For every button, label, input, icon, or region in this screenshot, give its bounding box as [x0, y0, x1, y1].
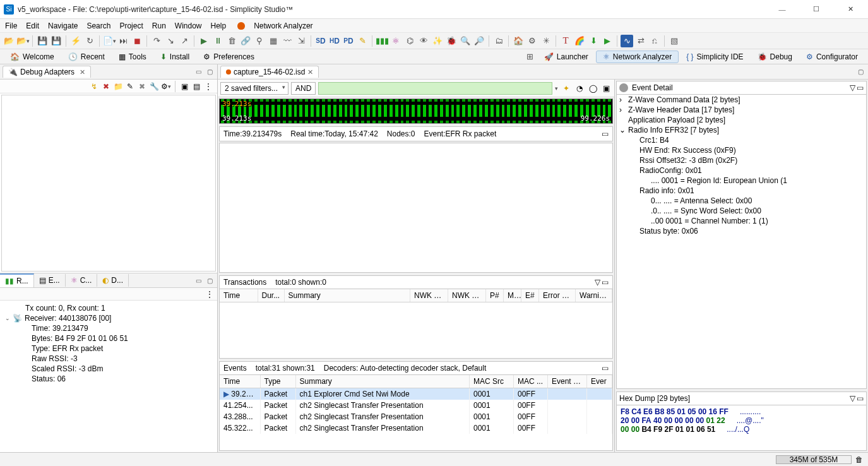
play-icon[interactable]: ▶ [601, 35, 614, 47]
menu-file[interactable]: File [5, 21, 17, 30]
tree-line[interactable]: 0... .... = Antenna Select: 0x00 [617, 196, 866, 206]
column-header[interactable]: MAC ... [514, 375, 548, 388]
column-header[interactable]: Summary [295, 375, 470, 388]
close-button[interactable]: ✕ [839, 2, 862, 17]
maximize-button[interactable]: ☐ [805, 2, 828, 17]
network-analyzer-perspective[interactable]: ⚛Network Analyzer [596, 51, 679, 63]
open-icon[interactable]: 📂 [3, 35, 15, 47]
simplicity-ide-perspective[interactable]: { }Simplicity IDE [680, 51, 749, 63]
filter-history-icon[interactable]: ▾ [555, 85, 558, 92]
column-header[interactable]: Ever [587, 375, 612, 388]
tools-button[interactable]: ▦Tools [112, 51, 153, 63]
folder-icon[interactable]: 📁 [113, 81, 123, 92]
minimize-view-icon[interactable]: ▭ [193, 67, 203, 77]
column-header[interactable]: Summary [284, 289, 410, 302]
map-canvas[interactable] [219, 143, 613, 273]
column-header[interactable]: E# [521, 289, 539, 302]
chevron-down-icon[interactable]: ⌄ [619, 126, 626, 134]
configurator-perspective[interactable]: ⚙Configurator [800, 51, 864, 63]
menu-network-analyzer[interactable]: Network Analyzer [254, 21, 312, 30]
flash-icon[interactable]: ⚡ [69, 35, 82, 47]
close-tab-icon[interactable]: ✕ [80, 68, 85, 76]
tree-line[interactable]: HW End: Rx Success (0xF9) [617, 145, 866, 155]
filter-input[interactable] [318, 82, 552, 95]
maximize-view-icon[interactable]: ▢ [205, 67, 215, 77]
hex-dump-body[interactable]: F8 C4 E6 B8 85 01 05 00 16 FF..........2… [616, 405, 867, 451]
hd-icon[interactable]: HD [328, 35, 341, 47]
card-icon[interactable]: 🗂 [492, 35, 505, 47]
maximize-icon[interactable]: ▭ [857, 394, 864, 403]
transactions-table[interactable]: TimeDur...SummaryNWK SrcNWK D...P#M#E#Er… [219, 289, 613, 359]
open-perspective-icon[interactable]: ⊞ [524, 51, 537, 63]
timeline-waveform[interactable]: 39.213s 39.213s 99.226s [219, 99, 613, 124]
tree-line[interactable]: ..00 0001 = Channel Number: 1 (1) [617, 216, 866, 226]
edit-icon[interactable]: ✎ [125, 81, 135, 92]
filter-icon[interactable]: ⚲ [253, 35, 266, 47]
menu-icon[interactable]: ⋮ [203, 81, 213, 92]
table-icon[interactable]: ▦ [267, 35, 280, 47]
step-over-icon[interactable]: ↷ [150, 35, 163, 47]
cog-icon[interactable]: ✳ [540, 35, 552, 47]
zoom-out-icon[interactable]: 🔎 [473, 35, 485, 47]
refresh-icon[interactable]: ↻ [83, 35, 96, 47]
memory-usage-bar[interactable]: 345M of 535M [776, 455, 852, 464]
delete-icon[interactable]: ✖ [137, 81, 147, 92]
minimize-icon[interactable]: ▭ [602, 129, 609, 138]
minimize-button[interactable]: — [771, 2, 794, 17]
down-icon[interactable]: ⬇ [587, 35, 600, 47]
wrench-icon[interactable]: 🔧 [149, 81, 159, 92]
radio-info-tree[interactable]: Tx count: 0, Rx count: 1 ⌄ 📡 Receiver: 4… [0, 301, 217, 452]
receiver-node[interactable]: ⌄ 📡 Receiver: 440138076 [00] [0, 313, 217, 323]
house-icon[interactable]: 🏠 [512, 35, 525, 47]
column-header[interactable]: Warnin... [576, 289, 612, 302]
column-header[interactable]: NWK D... [448, 289, 486, 302]
record-stop-icon[interactable]: ⏸ [211, 35, 224, 47]
table-row[interactable]: 41.254...Packetch2 Singlecast Transfer P… [220, 400, 612, 411]
chevron-right-icon[interactable]: › [619, 105, 622, 114]
tree-line[interactable]: .... 0001 = Region Id: European Union (1 [617, 176, 866, 186]
launcher-perspective[interactable]: 🚀Launcher [538, 51, 595, 63]
sd-icon[interactable]: SD [314, 35, 327, 47]
events-table[interactable]: TimeTypeSummaryMAC SrcMAC ...Event er...… [219, 375, 613, 451]
menu-project[interactable]: Project [119, 21, 143, 30]
link-icon[interactable]: 🔗 [239, 35, 252, 47]
column-header[interactable]: P# [486, 289, 504, 302]
install-button[interactable]: ⬇Install [154, 51, 196, 63]
preferences-button[interactable]: ⚙Preferences [197, 51, 261, 63]
menu-help[interactable]: Help [211, 21, 227, 30]
trash-icon[interactable]: 🗑 [225, 35, 238, 47]
decode-icon[interactable]: ⎌ [648, 35, 661, 47]
filter-apply-icon[interactable]: ✦ [561, 83, 572, 94]
nodes-icon[interactable]: ⚛ [389, 35, 402, 47]
menu-search[interactable]: Search [86, 21, 110, 30]
tree-line[interactable]: Application Payload [2 bytes] [617, 115, 866, 125]
table-row[interactable]: 43.288...Packetch2 Singlecast Transfer P… [220, 411, 612, 422]
maximize-view-icon[interactable]: ▢ [205, 275, 215, 285]
stop-icon[interactable]: ◼ [131, 35, 143, 47]
tree-line[interactable]: Status byte: 0x06 [617, 226, 866, 236]
highlight-icon[interactable]: ✎ [356, 35, 369, 47]
tab-d[interactable]: ◐D... [97, 274, 129, 287]
hex-row[interactable]: 20 00 FA 40 00 00 00 00 01 22....@...." [621, 416, 862, 425]
column-header[interactable]: Type [260, 375, 295, 388]
column-header[interactable]: NWK Src [410, 289, 448, 302]
column-header[interactable]: MAC Src [470, 375, 514, 388]
close-editor-icon[interactable]: ✕ [307, 68, 313, 76]
wave-icon[interactable]: ∿ [621, 35, 633, 47]
tree-line[interactable]: ›Z-Wave Command Data [2 bytes] [617, 95, 866, 105]
collapse-icon[interactable]: ▽ [850, 394, 855, 403]
maximize-icon[interactable]: ▭ [602, 364, 609, 373]
tree-line[interactable]: RadioConfig: 0x01 [617, 165, 866, 176]
expand-icon[interactable]: ▤ [191, 81, 201, 92]
chevron-down-icon[interactable]: ⌄ [5, 315, 10, 321]
skip-icon[interactable]: ⏭ [117, 35, 129, 47]
wand-icon[interactable]: ✨ [431, 35, 444, 47]
refresh-icon[interactable]: ↯ [89, 81, 99, 92]
menu-navigate[interactable]: Navigate [48, 21, 78, 30]
beetle-icon[interactable]: 🐞 [445, 35, 458, 47]
column-header[interactable]: Dur... [258, 289, 284, 302]
save-all-icon[interactable]: 💾 [50, 35, 62, 47]
tree-line[interactable]: Crc1: B4 [617, 135, 866, 145]
hex-row[interactable]: F8 C4 E6 B8 85 01 05 00 16 FF.......... [621, 407, 862, 416]
column-header[interactable]: Event er... [548, 375, 587, 388]
